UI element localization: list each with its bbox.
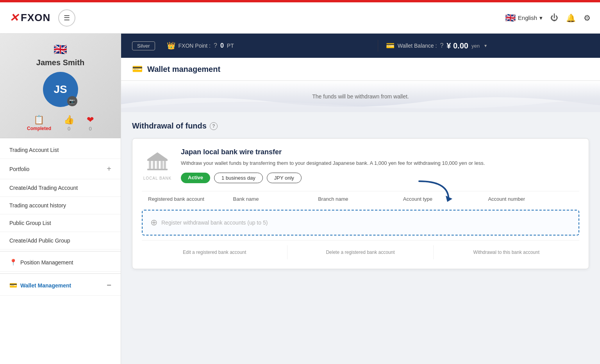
sidebar-label-portfolio: Portfolio [9,166,29,172]
page-title: Wallet management [147,65,220,74]
completed-label: Completed [27,126,51,131]
wallet-balance-section: 💳 Wallet Balance : ? ¥ 0.00 yen ▾ [386,41,589,50]
register-bank-row[interactable]: ⊕ Register withdrawal bank accounts (up … [142,210,579,236]
hamburger-icon: ☰ [64,14,70,22]
fxon-point-help-icon[interactable]: ? [214,42,217,49]
sidebar-divider-2 [0,273,121,274]
svg-rect-2 [153,161,155,169]
funds-info-text: The funds will be withdrawn from wallet. [303,84,418,109]
completed-icon: 📋 [27,115,51,125]
sidebar-item-position-management[interactable]: 📍 Position Management [0,253,121,272]
gear-icon[interactable]: ⚙ [584,13,591,23]
bank-info: Japan local bank wire transfer Withdraw … [181,148,579,183]
th-bank-name: Bank name [233,196,318,202]
sidebar-item-portfolio[interactable]: Portfolio + [0,159,121,179]
header-right: 🇬🇧 English ▾ ⏻ 🔔 ⚙ [505,13,591,23]
svg-rect-5 [164,161,166,169]
page-title-bar: 💳 Wallet management [121,58,600,81]
stat-heart: ❤ 0 [87,115,94,132]
wallet-balance-value: ¥ 0.00 [446,41,468,50]
bank-desc: Withdraw your wallet funds by transferri… [181,159,579,167]
sidebar-label-create-trading: Create/Add Trading Account [9,185,78,191]
profile-flag-icon: 🇬🇧 [6,43,114,56]
svg-marker-7 [147,152,168,159]
sidebar-item-trading-account-list[interactable]: Trading Account List [0,141,121,159]
camera-icon[interactable]: 📷 [67,96,77,106]
svg-rect-3 [157,161,159,169]
info-divider [378,40,378,52]
table-header: Registered bank account Bank name Branch… [142,191,579,207]
fxon-point-section: 👑 FXON Point : ? 0 PT [167,41,370,50]
wallet-balance-icon: 💳 [386,41,395,50]
wave-section: The funds will be withdrawn from wallet. [121,81,600,112]
sidebar-item-create-trading[interactable]: Create/Add Trading Account [0,179,121,197]
crown-icon: 👑 [167,41,175,50]
currency-badge: JPY only [267,173,302,183]
power-icon[interactable]: ⏻ [550,13,558,22]
sidebar-label-trading-account-list: Trading Account List [9,147,59,153]
sidebar-label-wallet-management: Wallet Management [20,282,71,289]
withdrawal-help-icon[interactable]: ? [210,122,218,130]
sidebar-item-public-group-list[interactable]: Public Group List [0,214,121,232]
wallet-management-title-icon: 💳 [132,64,143,74]
position-management-icon: 📍 [9,259,17,266]
profile-stats: 📋 Completed 👍 0 ❤ 0 [6,115,114,132]
avatar-wrap: JS 📷 [43,72,78,107]
withdrawal-to-bank-button[interactable]: Withdrawal to this bank account [434,245,579,260]
withdrawal-title: Withdrawal of funds ? [132,121,589,130]
stat-thumbs: 👍 0 [64,115,74,132]
thumbs-value: 0 [64,126,74,132]
edit-bank-account-button[interactable]: Edit a registered bank account [142,245,288,260]
info-bar: Silver 👑 FXON Point : ? 0 PT 💳 Wallet Ba… [121,34,600,58]
menu-button[interactable]: ☰ [58,9,75,27]
sidebar-label-public-group-list: Public Group List [9,220,51,226]
wallet-balance-label: Wallet Balance : [398,43,437,49]
logo[interactable]: ✕ FXON [9,11,50,24]
delete-bank-account-button[interactable]: Delete a registered bank account [288,245,433,260]
th-account-number: Account number [488,196,573,202]
th-registered-bank: Registered bank account [148,196,233,202]
wallet-help-icon[interactable]: ? [440,42,443,49]
balance-chevron-icon[interactable]: ▾ [484,43,487,48]
bell-icon[interactable]: 🔔 [566,13,576,23]
language-chevron-icon: ▾ [539,14,543,21]
sidebar-label-trading-history: Trading account history [9,202,66,209]
content-area: Silver 👑 FXON Point : ? 0 PT 💳 Wallet Ba… [121,34,600,364]
action-buttons-row: Edit a registered bank account Delete a … [142,240,579,260]
fxon-point-label: FXON Point : [179,43,211,49]
sidebar-item-wallet-management[interactable]: 💳 Wallet Management − [0,275,121,296]
tier-badge: Silver [132,41,155,50]
th-branch-name: Branch name [318,196,403,202]
language-label: English [518,14,537,21]
fxon-point-value: 0 [220,42,224,49]
wallet-management-icon: 💳 [9,282,17,289]
withdrawal-section: Withdrawal of funds ? [121,112,600,278]
yen-symbol: ¥ [446,41,451,50]
sidebar: 🇬🇧 James Smith JS 📷 📋 Completed 👍 0 ❤ 0 [0,34,121,364]
active-badge: Active [181,173,210,183]
language-selector[interactable]: 🇬🇧 English ▾ [505,13,543,23]
svg-rect-1 [149,161,151,169]
sidebar-item-trading-history[interactable]: Trading account history [0,197,121,214]
svg-rect-6 [147,169,168,170]
logo-text: FXON [21,12,50,24]
register-text: Register withdrawal bank accounts (up to… [161,219,268,226]
sidebar-label-create-public-group: Create/Add Public Group [9,237,70,244]
sidebar-item-create-public-group[interactable]: Create/Add Public Group [0,232,121,250]
thumbs-up-icon: 👍 [64,115,74,125]
balance-number: 0.00 [453,41,468,50]
bank-building-icon [146,151,169,175]
bank-svg-icon [146,151,169,172]
bank-badges: Active 1 business day JPY only [181,173,579,183]
sidebar-label-position-management: Position Management [20,259,73,266]
register-plus-icon: ⊕ [150,218,157,228]
business-day-badge: 1 business day [214,173,263,183]
bank-card-top: LOCAL BANK Japan local bank wire transfe… [142,148,579,183]
sidebar-divider-1 [0,251,121,252]
stat-completed: 📋 Completed [27,115,51,132]
heart-icon: ❤ [87,115,94,125]
fxon-point-unit: PT [227,43,234,49]
uk-flag-icon: 🇬🇧 [505,13,516,23]
heart-value: 0 [87,126,94,132]
withdrawal-title-text: Withdrawal of funds [132,121,207,130]
